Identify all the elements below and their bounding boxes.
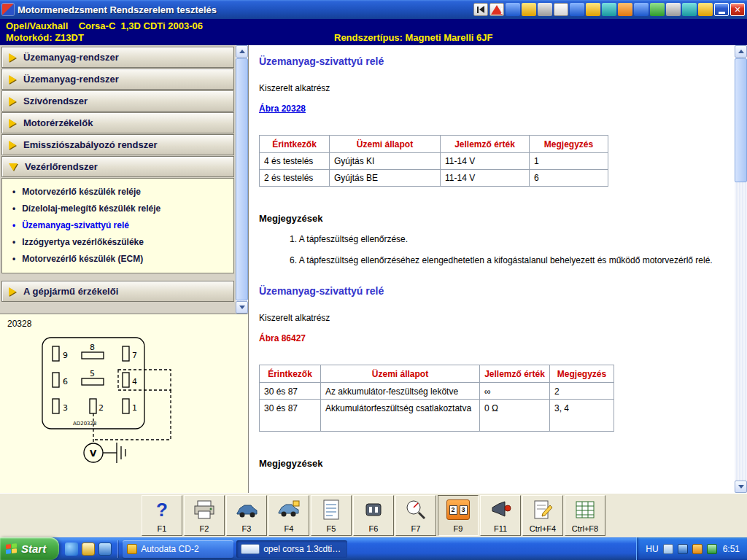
section-title-2: Üzemanyag-szivattyú relé (259, 285, 727, 297)
taskbar: Start Autodata CD-2 opel corsa 1.3cdti -… (0, 537, 747, 560)
scroll-up-button[interactable] (735, 45, 747, 58)
submenu-item-uzemanyag-szivattyu-rele[interactable]: • Üzemanyag-szivattyú relé (2, 217, 233, 233)
f9-component-location-button[interactable]: 2 3 F9 (438, 495, 479, 536)
document-window-icon (241, 544, 260, 554)
application-window: Motormenedzsment Rendszerelem tesztelés … (0, 0, 747, 560)
table-cell: 11-14 V (441, 170, 530, 187)
ctrl-f4-notes-button[interactable]: Ctrl+F4 (522, 495, 563, 536)
show-desktop-icon[interactable] (98, 542, 112, 556)
settings-icon[interactable] (538, 3, 552, 16)
document-icon[interactable] (554, 3, 568, 16)
arrow-down-icon (738, 485, 744, 489)
table-cell: 30 és 87 (260, 400, 321, 432)
scroll-up-button[interactable] (236, 45, 248, 58)
bullet-icon: • (12, 237, 15, 247)
document: Üzemanyag-szivattyú relé Kiszerelt alkat… (249, 45, 735, 493)
sidebar: Üzemanyag-rendszer Üzemanyag-rendszer Sz… (0, 45, 249, 493)
submenu-item-izzogyertya[interactable]: • Izzógyertya vezérlőkészüléke (2, 233, 233, 250)
pin-data-icon (319, 499, 344, 521)
document-scrollbar[interactable] (735, 45, 747, 493)
connector-icon (361, 499, 386, 521)
table-row: 30 és 87 Az akkumulátor-feszültség leköt… (260, 383, 614, 400)
volume-icon[interactable] (663, 544, 673, 554)
figure-link-2[interactable]: Ábra 86427 (259, 333, 306, 343)
sidebar-item-uzemanyag-rendszer-2[interactable]: Üzemanyag-rendszer (1, 69, 234, 90)
f11-alarm-button[interactable]: F11 (480, 495, 521, 536)
minimize-icon (719, 12, 725, 14)
f5-pin-data-button[interactable]: F5 (311, 495, 352, 536)
f4-vehicle-data-button[interactable]: F4 (268, 495, 309, 536)
subtitle-2: Kiszerelt alkatrész (259, 313, 727, 323)
security-icon[interactable] (692, 544, 703, 554)
bullet-icon: • (12, 254, 15, 264)
close-button[interactable]: ✕ (730, 3, 745, 16)
f2-print-button[interactable]: F2 (184, 495, 225, 536)
f1-help-button[interactable]: ? F1 (142, 495, 182, 536)
column-header: Jellemző érték (441, 136, 530, 153)
minimize-button[interactable] (714, 3, 729, 16)
column-header: Megjegyzés (550, 365, 614, 383)
sidebar-item-motorerzekelok[interactable]: Motorérzékelők (1, 112, 234, 133)
scrollbar-track[interactable] (735, 183, 747, 481)
table-cell: 2 és testelés (260, 170, 330, 187)
sidebar-item-emisszioszabalyozo[interactable]: Emissziószabályozó rendszer (1, 134, 234, 155)
table-cell: 30 és 87 (260, 383, 321, 400)
app-icon (2, 4, 14, 15)
system-tray: HU 6:51 (636, 537, 747, 560)
vehicle-icon (234, 499, 259, 521)
save-icon[interactable] (570, 3, 584, 16)
sidebar-item-uzemanyag-rendszer-1[interactable]: Üzemanyag-rendszer (1, 47, 234, 68)
expand-arrow-icon (9, 141, 16, 149)
component-location-icon: 2 3 (446, 499, 471, 521)
notes-icon (530, 499, 555, 521)
f7-test-probe-button[interactable]: F7 (395, 495, 436, 536)
display-settings-icon[interactable] (678, 544, 688, 554)
warning-icon[interactable]: ! (489, 3, 504, 16)
submenu-item-motorvezerlo-keszulek-releje[interactable]: • Motorvezérlő készülék reléje (2, 183, 233, 200)
display-icon[interactable] (634, 3, 649, 16)
start-button[interactable]: Start (0, 537, 59, 560)
tools-icon[interactable] (618, 3, 632, 16)
task-button-opel-corsa[interactable]: opel corsa 1.3cdti - P... (236, 540, 347, 558)
sidebar-item-gepjarmu-erzekeloi[interactable]: A gépjármű érzékelői (1, 281, 234, 302)
mail-icon[interactable] (602, 3, 616, 16)
calculator-icon[interactable] (666, 3, 681, 16)
info-icon[interactable] (698, 3, 713, 16)
voltmeter-label: V (90, 448, 97, 459)
scrollbar-thumb[interactable] (236, 58, 248, 300)
scrollbar-thumb[interactable] (735, 58, 747, 182)
data-table-icon (573, 499, 597, 521)
task-button-autodata[interactable]: Autodata CD-2 (123, 540, 233, 558)
network-icon[interactable] (707, 544, 717, 554)
sidebar-item-szivorendszer[interactable]: Szívórendszer (1, 90, 234, 112)
submenu-item-dizelolaj-melegito[interactable]: • Dízelolaj-melegítő készülék reléje (2, 200, 233, 217)
ctrl-f8-data-table-button[interactable]: Ctrl+F8 (565, 495, 605, 536)
database-icon[interactable] (650, 3, 665, 16)
f6-connector-button[interactable]: F6 (353, 495, 394, 536)
table-cell: Az akkumulátor-feszültség lekötve (321, 383, 480, 400)
nav-first-icon[interactable] (473, 3, 488, 16)
folder-icon[interactable] (586, 3, 600, 16)
scroll-down-button[interactable] (236, 301, 248, 314)
language-indicator[interactable]: HU (646, 544, 658, 554)
internet-explorer-icon[interactable] (65, 542, 78, 556)
f3-vehicle-button[interactable]: F3 (226, 495, 267, 536)
sidebar-item-vezerlorendszer[interactable]: Vezérlőrendszer (1, 156, 234, 177)
scroll-down-button[interactable] (735, 481, 747, 493)
sidebar-scrollbar[interactable] (236, 45, 248, 314)
relay-pinout-diagram: 9 8 7 6 5 4 3 2 1 AD20328 V (20, 330, 239, 476)
table-cell: 11-14 V (441, 153, 530, 170)
clock-icon[interactable] (682, 3, 697, 16)
page-title: Üzemanyag-szivattyú relé (259, 55, 727, 67)
windows-logo-icon (6, 543, 17, 554)
alarm-horn-icon (488, 499, 513, 521)
submenu-item-ecm[interactable]: • Motorvezérlő készülék (ECM) (2, 250, 233, 267)
table-row: 30 és 87 Akkumulátorfeszültség csatlakoz… (260, 400, 614, 432)
table-cell: 0 Ω (480, 400, 550, 432)
figure-link[interactable]: Ábra 20328 (259, 104, 306, 114)
chart-icon[interactable] (522, 3, 536, 16)
globe-icon[interactable] (506, 3, 520, 16)
autodata-icon (127, 544, 137, 554)
expand-arrow-icon (9, 119, 16, 128)
mail-shortcut-icon[interactable] (82, 542, 95, 556)
